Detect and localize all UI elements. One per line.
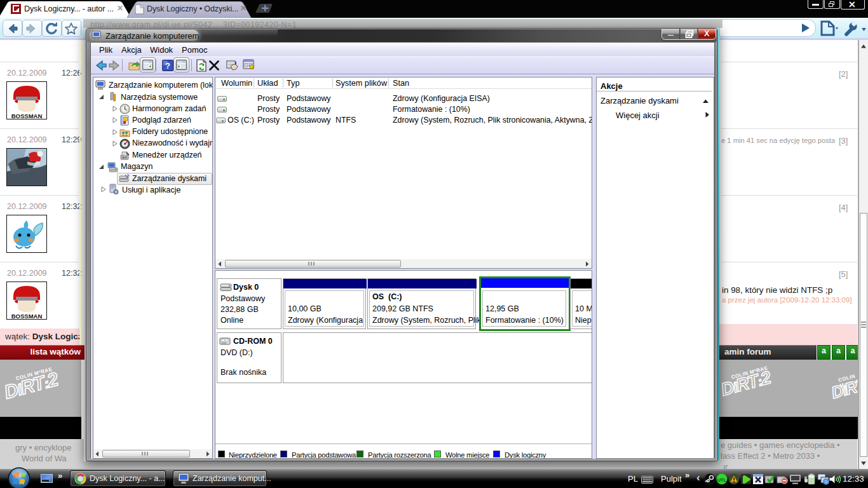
svg-text:BOSSMAN: BOSSMAN <box>11 112 43 119</box>
svg-text:BOSSMAN: BOSSMAN <box>11 313 43 320</box>
svg-text:?: ? <box>165 61 170 71</box>
svg-text:UTL: UTL <box>717 477 727 483</box>
